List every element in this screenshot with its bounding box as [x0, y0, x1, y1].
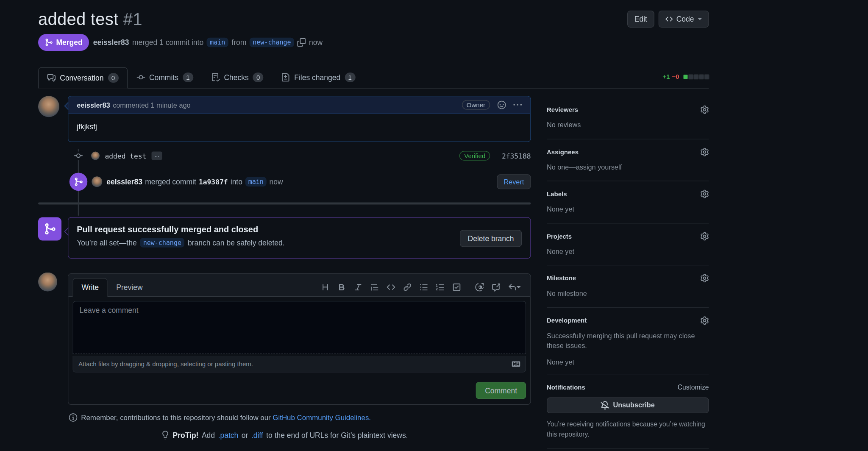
- diffstat-block: [689, 75, 693, 79]
- merge-timestamp: now: [309, 38, 323, 47]
- tab-write[interactable]: Write: [72, 278, 108, 297]
- git-merge-icon: [44, 223, 56, 235]
- avatar[interactable]: [38, 96, 59, 117]
- commits-count: 1: [183, 72, 193, 82]
- additions-count: +1: [662, 73, 670, 81]
- diffstat-block: [705, 75, 709, 79]
- assignees-value[interactable]: No one—assign yourself: [547, 162, 709, 172]
- unsubscribe-button[interactable]: Unsubscribe: [547, 397, 709, 413]
- merge-event-time[interactable]: now: [270, 178, 283, 186]
- git-merge-icon: [45, 38, 53, 47]
- revert-button[interactable]: Revert: [497, 174, 531, 189]
- code-icon: [665, 15, 673, 23]
- mention-icon[interactable]: [475, 283, 484, 292]
- quote-icon[interactable]: [370, 283, 379, 292]
- comment-author-link[interactable]: eeissler83: [77, 101, 110, 109]
- merge-user-link[interactable]: eeissler83: [106, 178, 142, 186]
- ordered-list-icon[interactable]: [436, 283, 445, 292]
- chevron-down-icon: [698, 18, 702, 22]
- verified-badge[interactable]: Verified: [459, 151, 490, 161]
- target-branch-chip[interactable]: main: [245, 177, 267, 187]
- sidebar-section-assignees: Assignees No one—assign yourself: [547, 139, 709, 181]
- avatar[interactable]: [91, 152, 100, 160]
- merged-banner: Pull request successfully merged and clo…: [38, 217, 531, 259]
- merged-sha-link[interactable]: 1a9387f: [199, 178, 228, 186]
- composer-header: Write Preview: [68, 274, 530, 297]
- patch-link[interactable]: .patch: [218, 431, 239, 439]
- pr-header: added test #1 Edit Code: [38, 8, 709, 30]
- customize-link[interactable]: Customize: [678, 383, 709, 391]
- commit-sha-link[interactable]: 2f35188: [502, 152, 531, 160]
- diff-link[interactable]: .diff: [251, 431, 263, 439]
- italic-icon[interactable]: [354, 283, 362, 292]
- commit-expander-button[interactable]: …: [152, 152, 162, 160]
- code-icon[interactable]: [387, 283, 395, 292]
- deletions-count: −0: [672, 73, 679, 81]
- git-merge-icon-badge: [38, 217, 61, 241]
- comment-discussion-icon: [47, 74, 56, 82]
- sidebar-section-projects: Projects None yet: [547, 223, 709, 265]
- community-guidelines-link[interactable]: GitHub Community Guidelines.: [273, 414, 371, 422]
- gear-icon[interactable]: [701, 148, 709, 156]
- avatar[interactable]: [92, 176, 102, 187]
- commit-event-row: added test … Verified 2f35188: [38, 150, 531, 162]
- link-icon[interactable]: [403, 283, 412, 292]
- reviewers-value: No reviews: [547, 120, 709, 130]
- comment-header: eeissler83 commented 1 minute ago Owner: [68, 97, 530, 114]
- pr-meta-row: Merged eeissler83 merged 1 commit into m…: [38, 34, 709, 51]
- merged-status-badge: Merged: [38, 34, 89, 51]
- comment-meta[interactable]: commented 1 minute ago: [113, 101, 190, 109]
- pr-number: #1: [123, 10, 142, 29]
- git-commit-icon: [136, 73, 145, 82]
- sidebar-section-development: Development Successfully merging this pu…: [547, 308, 709, 375]
- comment-caret: [64, 102, 68, 110]
- merge-event-badge: [70, 173, 88, 191]
- attach-files-area[interactable]: Attach files by dragging & dropping, sel…: [72, 356, 526, 373]
- author-link[interactable]: eeissler83: [93, 38, 129, 47]
- copy-icon[interactable]: [298, 38, 306, 47]
- tab-commits[interactable]: Commits 1: [128, 67, 203, 88]
- chevron-down-icon: [517, 286, 521, 290]
- page-title: added test #1: [38, 8, 142, 30]
- conversation-count: 0: [108, 73, 118, 83]
- tab-checks[interactable]: Checks 0: [202, 67, 273, 88]
- comment-submit-button[interactable]: Comment: [476, 382, 526, 399]
- comment-textarea[interactable]: [72, 301, 526, 354]
- timeline-divider: [38, 203, 531, 205]
- task-list-icon[interactable]: [453, 283, 461, 292]
- merge-event-row: eeissler83 merged commit 1a9387f into ma…: [38, 173, 531, 191]
- bold-icon[interactable]: [337, 283, 346, 292]
- gear-icon[interactable]: [701, 232, 709, 240]
- merged-banner-title: Pull request successfully merged and clo…: [77, 225, 522, 234]
- timeline-comment: eeissler83 commented 1 minute ago Owner …: [38, 96, 531, 142]
- cross-reference-icon[interactable]: [492, 283, 500, 292]
- git-commit-icon: [74, 152, 83, 160]
- checks-count: 0: [253, 72, 264, 82]
- heading-icon[interactable]: [321, 283, 330, 292]
- comment-body: jfkjksfj: [68, 114, 530, 142]
- head-branch-chip[interactable]: new-change: [250, 38, 294, 47]
- gear-icon[interactable]: [701, 190, 709, 198]
- code-dropdown-button[interactable]: Code: [658, 11, 709, 28]
- pr-timeline: eeissler83 commented 1 minute ago Owner …: [38, 89, 531, 440]
- avatar: [38, 273, 57, 292]
- saved-replies-icon[interactable]: [508, 283, 521, 292]
- smiley-reaction-icon[interactable]: [498, 101, 506, 109]
- delete-branch-button[interactable]: Delete branch: [460, 230, 522, 247]
- tab-conversation[interactable]: Conversation 0: [38, 67, 128, 89]
- gear-icon[interactable]: [701, 106, 709, 114]
- pr-title-text: added test: [38, 10, 118, 29]
- commit-message-link[interactable]: added test: [105, 152, 147, 160]
- gear-icon[interactable]: [701, 274, 709, 282]
- kebab-menu-icon[interactable]: [513, 101, 522, 109]
- base-branch-chip[interactable]: main: [207, 38, 228, 47]
- head-branch-chip[interactable]: new-change: [140, 238, 184, 248]
- protip-note: ProTip! Add .patch or .diff to the end o…: [38, 431, 531, 439]
- gear-icon[interactable]: [701, 316, 709, 325]
- tab-files-changed[interactable]: Files changed 1: [273, 67, 364, 88]
- tab-preview[interactable]: Preview: [108, 279, 151, 296]
- edit-button[interactable]: Edit: [628, 11, 654, 28]
- diffstat[interactable]: +1 −0: [662, 73, 709, 88]
- unordered-list-icon[interactable]: [420, 283, 428, 292]
- owner-badge: Owner: [462, 100, 490, 110]
